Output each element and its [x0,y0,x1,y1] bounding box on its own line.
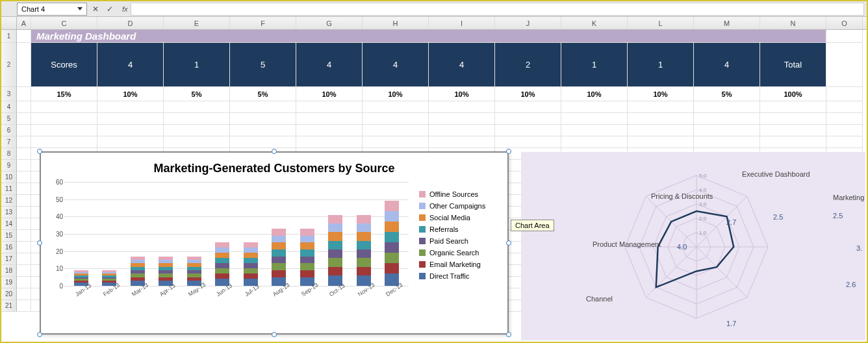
cell[interactable] [17,125,31,136]
col-header-J[interactable]: J [495,17,561,29]
pct-2[interactable]: 10% [97,87,164,101]
bar-Oct-13[interactable] [328,215,342,286]
cell-A2[interactable] [17,43,31,87]
score-8[interactable]: 1 [561,43,628,87]
row-header-14[interactable]: 14 [1,218,17,230]
cell[interactable] [296,125,363,136]
col-header-M[interactable]: M [694,17,760,29]
bar-Dec-13[interactable] [385,201,399,286]
radar-chart[interactable]: 1.02.03.04.05.0 Executive DashboardMarke… [521,152,865,340]
bar-Sep-13[interactable] [300,229,314,286]
cell[interactable] [97,136,164,148]
row-header-15[interactable]: 15 [1,230,17,242]
cell[interactable] [561,125,628,136]
score-1[interactable]: 4 [97,43,164,87]
cell[interactable] [17,253,31,265]
score-2[interactable]: 1 [164,43,230,87]
cell[interactable] [826,113,863,125]
bar-chart[interactable]: Marketing-Generated Customers by Source … [40,152,508,334]
cell[interactable] [230,113,296,125]
cell[interactable] [694,101,760,113]
scores-label[interactable]: Scores [31,43,97,87]
pct-1[interactable]: 15% [31,87,97,101]
cell-O2[interactable] [826,43,863,87]
pct-9[interactable]: 10% [561,87,628,101]
bar-Apr-13[interactable] [159,257,173,286]
cell[interactable] [230,125,296,136]
cell[interactable] [363,136,429,148]
col-header-E[interactable]: E [164,17,230,29]
row-header-11[interactable]: 11 [1,183,17,195]
cell[interactable] [17,242,31,253]
cell[interactable] [230,136,296,148]
score-7[interactable]: 2 [495,43,561,87]
resize-handle[interactable] [506,332,511,337]
cell[interactable] [17,230,31,242]
resize-handle[interactable] [37,240,42,246]
cell-O3[interactable] [826,87,863,101]
cell[interactable] [694,113,760,125]
col-header-C[interactable]: C [31,17,97,29]
cell[interactable] [561,113,628,125]
cell-O1[interactable] [826,30,863,43]
cell[interactable] [826,136,863,148]
fx-label[interactable]: fx [122,5,128,13]
resize-handle[interactable] [37,149,42,154]
cell[interactable] [17,300,31,312]
cell[interactable] [17,113,31,125]
pct-7[interactable]: 10% [429,87,495,101]
cell[interactable] [97,101,164,113]
row-header-4[interactable]: 4 [1,101,17,113]
dropdown-icon[interactable] [77,7,83,10]
cell[interactable] [164,101,230,113]
col-header-O[interactable]: O [826,17,863,29]
col-header-D[interactable]: D [97,17,164,29]
row-header-19[interactable]: 19 [1,277,17,288]
cell[interactable] [561,136,628,148]
cell[interactable] [760,101,826,113]
row-header-10[interactable]: 10 [1,172,17,183]
pct-total[interactable]: 100% [760,87,826,101]
cell[interactable] [363,101,429,113]
cell[interactable] [495,113,561,125]
cell-A1[interactable] [17,30,31,43]
bar-May-13[interactable] [187,257,201,286]
cell[interactable] [31,101,97,113]
cell[interactable] [31,125,97,136]
cell[interactable] [164,136,230,148]
cell[interactable] [17,277,31,288]
row-header-9[interactable]: 9 [1,160,17,172]
cell[interactable] [561,101,628,113]
cell[interactable] [17,218,31,230]
cell[interactable] [495,125,561,136]
pct-5[interactable]: 10% [296,87,363,101]
cell[interactable] [164,125,230,136]
score-3[interactable]: 5 [230,43,296,87]
cell[interactable] [97,113,164,125]
cell[interactable] [495,101,561,113]
resize-handle[interactable] [272,332,277,337]
cell[interactable] [429,125,495,136]
row-header-12[interactable]: 12 [1,195,17,207]
col-header-F[interactable]: F [230,17,296,29]
pct-11[interactable]: 5% [694,87,760,101]
cell[interactable] [17,195,31,207]
score-5[interactable]: 4 [363,43,429,87]
row-header-18[interactable]: 18 [1,265,17,277]
col-header-N[interactable]: N [760,17,826,29]
resize-handle[interactable] [37,332,42,337]
cell[interactable] [429,101,495,113]
col-header-L[interactable]: L [628,17,694,29]
cancel-icon[interactable]: ✕ [90,3,101,15]
row-header-3[interactable]: 3 [1,87,17,101]
cell[interactable] [17,183,31,195]
row-header-20[interactable]: 20 [1,288,17,300]
col-header-G[interactable]: G [296,17,363,29]
cell[interactable] [296,113,363,125]
formula-input[interactable] [131,3,864,16]
bar-Aug-13[interactable] [272,229,286,286]
name-box[interactable]: Chart 4 [17,3,87,16]
row-header-16[interactable]: 16 [1,242,17,253]
cell[interactable] [296,136,363,148]
cell[interactable] [760,113,826,125]
